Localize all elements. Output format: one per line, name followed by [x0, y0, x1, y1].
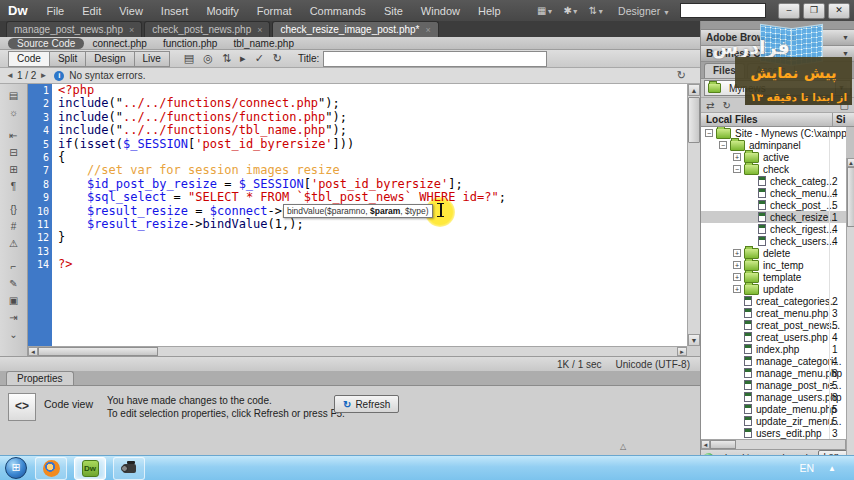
taskbar-recorder-button[interactable]	[113, 457, 145, 480]
tree-file-row[interactable]: creat_post_news...5	[701, 319, 846, 331]
tab-close-icon[interactable]: ×	[129, 25, 134, 35]
close-button[interactable]: ✕	[828, 3, 850, 19]
refresh-design-view-icon[interactable]: ↻	[273, 52, 282, 65]
apply-comment-icon[interactable]: ⌐	[5, 258, 23, 275]
preview-in-browser-icon[interactable]: ◎	[203, 52, 213, 65]
menu-window[interactable]: Window	[412, 5, 469, 17]
search-input[interactable]	[680, 3, 766, 18]
tree-file-row[interactable]: check_users...4	[701, 235, 846, 247]
tree-expand-icon[interactable]: +	[733, 261, 741, 269]
panel-resize-grip[interactable]: △	[620, 442, 626, 451]
scrollbar-thumb[interactable]	[710, 440, 736, 449]
scroll-down-icon[interactable]: ▼	[688, 334, 700, 346]
tree-file-row[interactable]: creat_categories...2	[701, 295, 846, 307]
select-parent-tag-icon[interactable]: ¶	[5, 178, 23, 195]
code-line[interactable]: 6{	[28, 151, 687, 164]
code-line[interactable]: 1<?php	[28, 84, 687, 97]
code-line[interactable]: 3include("../../functions/function.php")…	[28, 111, 687, 124]
tree-folder-row[interactable]: +delete	[701, 247, 846, 259]
highlight-invalid-code-icon[interactable]: ⚠	[5, 235, 23, 252]
nav-next-icon[interactable]: ►	[39, 71, 47, 80]
scroll-up-icon[interactable]: ▲	[688, 84, 700, 96]
dock-panel-adobe-browserlab[interactable]: Adobe BrowserLab▼	[701, 30, 854, 46]
tree-file-row[interactable]: creat_users.php4	[701, 331, 846, 343]
restore-button[interactable]: ❐	[803, 3, 825, 19]
tree-file-row[interactable]: users_edit.php3	[701, 427, 846, 439]
collapse-selection-icon[interactable]: ⊟	[5, 144, 23, 161]
code-line[interactable]: 2include("../../functions/connect.php");	[28, 97, 687, 110]
tree-expand-icon[interactable]: −	[733, 165, 741, 173]
tab-close-icon[interactable]: ×	[257, 25, 262, 35]
tree-folder-row[interactable]: +active	[701, 151, 846, 163]
tree-file-row[interactable]: manage_menu.php8	[701, 367, 846, 379]
menu-view[interactable]: View	[110, 5, 152, 17]
collapse-full-tag-icon[interactable]: ⇤	[5, 127, 23, 144]
tree-expand-icon[interactable]: +	[733, 249, 741, 257]
refresh-syntax-icon[interactable]: ↻	[677, 69, 686, 82]
remove-comment-icon[interactable]: ✎	[5, 275, 23, 292]
tree-file-row[interactable]: check_menu...4	[701, 187, 846, 199]
tree-file-row[interactable]: manage_categori...4	[701, 355, 846, 367]
start-button[interactable]: ⊞	[5, 457, 27, 479]
code-line[interactable]: 11 $result_resize->bindValue(1,);	[28, 218, 687, 231]
wrap-tag-icon[interactable]: ▣	[5, 292, 23, 309]
scroll-right-icon[interactable]: ►	[677, 347, 687, 356]
tree-file-row[interactable]: manage_users.php8	[701, 391, 846, 403]
related-file-connect-php[interactable]: connect.php	[92, 38, 147, 49]
code-line[interactable]: 5if(isset($_SESSION['post_id_byrersize']…	[28, 138, 687, 151]
tree-file-row[interactable]: check_resize...1	[701, 211, 846, 223]
scroll-left-icon[interactable]: ◄	[701, 440, 710, 449]
menu-format[interactable]: Format	[248, 5, 301, 17]
tab-check-post-news-php[interactable]: check_post_news.php×	[144, 21, 270, 37]
tree-file-row[interactable]: index.php1	[701, 343, 846, 355]
tree-horizontal-scrollbar[interactable]: ◄ ►	[701, 439, 854, 449]
file-management-icon[interactable]: ▤	[184, 52, 194, 65]
tree-expand-icon[interactable]: +	[733, 153, 741, 161]
tab-manage-post-news-php[interactable]: manage_post_news.php×	[6, 21, 142, 37]
indent-code-icon[interactable]: ⇥	[5, 309, 23, 326]
tab-check-resize-image-post-php-[interactable]: check_resize_image_post.php*×	[272, 21, 438, 37]
code-line[interactable]: 14?>	[28, 258, 687, 271]
workspace-switcher[interactable]: Designer ▼	[618, 5, 670, 17]
editor-horizontal-scrollbar[interactable]: ◄ ►	[28, 346, 687, 356]
minimize-button[interactable]: –	[778, 3, 800, 19]
show-code-navigator-icon[interactable]: ☼	[5, 104, 23, 121]
scroll-up-icon[interactable]: ▲	[847, 158, 854, 167]
connect-to-server-icon[interactable]: ⇄	[706, 100, 714, 111]
menu-modify[interactable]: Modify	[197, 5, 247, 17]
column-local-files[interactable]: Local Files	[706, 113, 758, 126]
language-indicator[interactable]: EN	[799, 462, 814, 474]
tray-chevron-icon[interactable]: ▲	[828, 464, 836, 473]
code-line[interactable]: 8 $id_post_by_resize = $_SESSION['post_i…	[28, 178, 687, 191]
expand-all-icon[interactable]: ⊞	[5, 161, 23, 178]
scrollbar-thumb[interactable]	[847, 167, 854, 227]
tree-file-row[interactable]: creat_menu.php3	[701, 307, 846, 319]
code-line[interactable]: 9 $sql_select = "SELECT * FROM `$tbl_pos…	[28, 191, 687, 204]
menu-edit[interactable]: Edit	[73, 5, 110, 17]
menu-help[interactable]: Help	[469, 5, 510, 17]
check-browser-compat-icon[interactable]: ⇅	[222, 52, 231, 65]
taskbar-firefox-button[interactable]	[35, 457, 67, 480]
code-line[interactable]: 13	[28, 245, 687, 258]
tree-vertical-scrollbar[interactable]: ▲ ▼	[846, 158, 854, 470]
open-documents-icon[interactable]: ▤	[5, 87, 23, 104]
tree-expand-icon[interactable]: −	[705, 129, 713, 137]
title-input[interactable]	[323, 51, 547, 67]
tree-folder-row[interactable]: −Site - Mynews (C:\xampp...	[701, 127, 846, 139]
tree-file-row[interactable]: manage_post_ne...5	[701, 379, 846, 391]
tree-folder-row[interactable]: +update	[701, 283, 846, 295]
tree-file-row[interactable]: check_categ...2	[701, 175, 846, 187]
editor-vertical-scrollbar[interactable]: ▲ ▼	[687, 84, 700, 346]
tree-folder-row[interactable]: −check	[701, 163, 846, 175]
menu-site[interactable]: Site	[375, 5, 412, 17]
visual-aids-icon[interactable]: ✓	[255, 52, 264, 65]
menu-insert[interactable]: Insert	[152, 5, 198, 17]
layout-switcher-icon[interactable]: ▦▼	[533, 5, 557, 16]
taskbar-dreamweaver-button[interactable]: Dw	[74, 457, 106, 480]
balance-braces-icon[interactable]: {}	[5, 201, 23, 218]
code-line[interactable]: 12}	[28, 231, 687, 244]
related-file-tbl-name-php[interactable]: tbl_name.php	[233, 38, 294, 49]
tree-expand-icon[interactable]: +	[733, 285, 741, 293]
code-editor[interactable]: 1<?php2include("../../functions/connect.…	[28, 84, 687, 346]
more-chevron-icon[interactable]: ⌄	[5, 326, 23, 343]
